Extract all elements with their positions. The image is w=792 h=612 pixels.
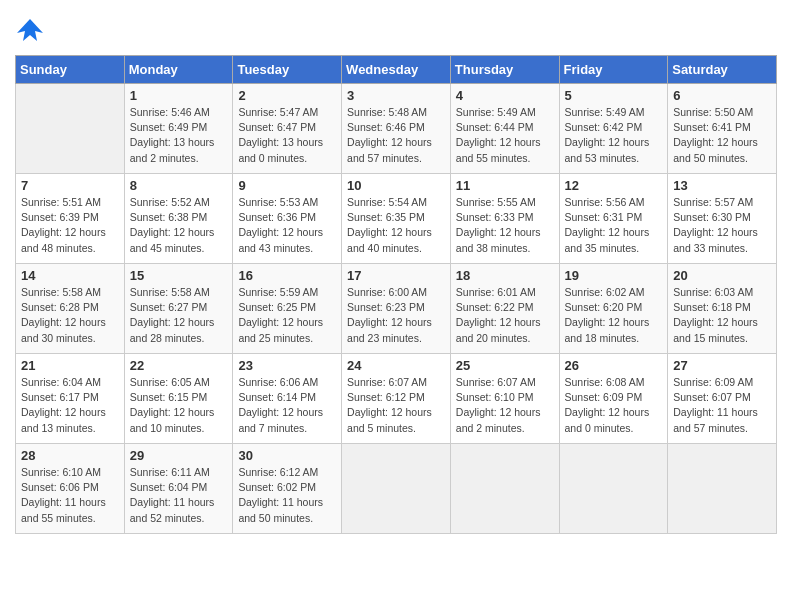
day-number: 4	[456, 88, 554, 103]
calendar-week-row: 7Sunrise: 5:51 AM Sunset: 6:39 PM Daylig…	[16, 174, 777, 264]
calendar-cell: 2Sunrise: 5:47 AM Sunset: 6:47 PM Daylig…	[233, 84, 342, 174]
day-info: Sunrise: 5:54 AM Sunset: 6:35 PM Dayligh…	[347, 195, 445, 256]
svg-marker-0	[17, 19, 43, 41]
day-info: Sunrise: 5:57 AM Sunset: 6:30 PM Dayligh…	[673, 195, 771, 256]
day-info: Sunrise: 6:03 AM Sunset: 6:18 PM Dayligh…	[673, 285, 771, 346]
weekday-header: Friday	[559, 56, 668, 84]
day-info: Sunrise: 6:07 AM Sunset: 6:12 PM Dayligh…	[347, 375, 445, 436]
calendar-cell: 27Sunrise: 6:09 AM Sunset: 6:07 PM Dayli…	[668, 354, 777, 444]
day-number: 27	[673, 358, 771, 373]
calendar-header-row: SundayMondayTuesdayWednesdayThursdayFrid…	[16, 56, 777, 84]
day-info: Sunrise: 6:06 AM Sunset: 6:14 PM Dayligh…	[238, 375, 336, 436]
calendar-cell: 10Sunrise: 5:54 AM Sunset: 6:35 PM Dayli…	[342, 174, 451, 264]
day-info: Sunrise: 6:09 AM Sunset: 6:07 PM Dayligh…	[673, 375, 771, 436]
day-number: 15	[130, 268, 228, 283]
calendar-cell: 16Sunrise: 5:59 AM Sunset: 6:25 PM Dayli…	[233, 264, 342, 354]
day-number: 16	[238, 268, 336, 283]
day-number: 14	[21, 268, 119, 283]
calendar-cell	[450, 444, 559, 534]
day-info: Sunrise: 6:11 AM Sunset: 6:04 PM Dayligh…	[130, 465, 228, 526]
day-info: Sunrise: 5:49 AM Sunset: 6:44 PM Dayligh…	[456, 105, 554, 166]
calendar-cell: 20Sunrise: 6:03 AM Sunset: 6:18 PM Dayli…	[668, 264, 777, 354]
logo	[15, 15, 49, 45]
day-number: 29	[130, 448, 228, 463]
weekday-header: Tuesday	[233, 56, 342, 84]
day-number: 28	[21, 448, 119, 463]
day-number: 8	[130, 178, 228, 193]
calendar-cell: 24Sunrise: 6:07 AM Sunset: 6:12 PM Dayli…	[342, 354, 451, 444]
day-info: Sunrise: 6:00 AM Sunset: 6:23 PM Dayligh…	[347, 285, 445, 346]
day-info: Sunrise: 5:55 AM Sunset: 6:33 PM Dayligh…	[456, 195, 554, 256]
calendar-cell: 9Sunrise: 5:53 AM Sunset: 6:36 PM Daylig…	[233, 174, 342, 264]
day-info: Sunrise: 5:48 AM Sunset: 6:46 PM Dayligh…	[347, 105, 445, 166]
day-number: 3	[347, 88, 445, 103]
calendar-table: SundayMondayTuesdayWednesdayThursdayFrid…	[15, 55, 777, 534]
day-number: 26	[565, 358, 663, 373]
calendar-cell: 5Sunrise: 5:49 AM Sunset: 6:42 PM Daylig…	[559, 84, 668, 174]
day-number: 11	[456, 178, 554, 193]
weekday-header: Sunday	[16, 56, 125, 84]
day-number: 19	[565, 268, 663, 283]
calendar-cell: 28Sunrise: 6:10 AM Sunset: 6:06 PM Dayli…	[16, 444, 125, 534]
day-info: Sunrise: 5:58 AM Sunset: 6:27 PM Dayligh…	[130, 285, 228, 346]
weekday-header: Wednesday	[342, 56, 451, 84]
day-info: Sunrise: 6:08 AM Sunset: 6:09 PM Dayligh…	[565, 375, 663, 436]
calendar-cell: 18Sunrise: 6:01 AM Sunset: 6:22 PM Dayli…	[450, 264, 559, 354]
day-number: 20	[673, 268, 771, 283]
calendar-week-row: 28Sunrise: 6:10 AM Sunset: 6:06 PM Dayli…	[16, 444, 777, 534]
calendar-cell: 4Sunrise: 5:49 AM Sunset: 6:44 PM Daylig…	[450, 84, 559, 174]
day-number: 12	[565, 178, 663, 193]
calendar-cell: 11Sunrise: 5:55 AM Sunset: 6:33 PM Dayli…	[450, 174, 559, 264]
calendar-cell: 3Sunrise: 5:48 AM Sunset: 6:46 PM Daylig…	[342, 84, 451, 174]
calendar-cell: 29Sunrise: 6:11 AM Sunset: 6:04 PM Dayli…	[124, 444, 233, 534]
calendar-cell: 23Sunrise: 6:06 AM Sunset: 6:14 PM Dayli…	[233, 354, 342, 444]
calendar-cell: 8Sunrise: 5:52 AM Sunset: 6:38 PM Daylig…	[124, 174, 233, 264]
day-info: Sunrise: 6:01 AM Sunset: 6:22 PM Dayligh…	[456, 285, 554, 346]
calendar-cell: 6Sunrise: 5:50 AM Sunset: 6:41 PM Daylig…	[668, 84, 777, 174]
day-number: 17	[347, 268, 445, 283]
calendar-cell	[16, 84, 125, 174]
day-number: 9	[238, 178, 336, 193]
day-info: Sunrise: 5:49 AM Sunset: 6:42 PM Dayligh…	[565, 105, 663, 166]
day-info: Sunrise: 5:46 AM Sunset: 6:49 PM Dayligh…	[130, 105, 228, 166]
day-number: 7	[21, 178, 119, 193]
calendar-cell: 30Sunrise: 6:12 AM Sunset: 6:02 PM Dayli…	[233, 444, 342, 534]
calendar-cell	[559, 444, 668, 534]
weekday-header: Saturday	[668, 56, 777, 84]
weekday-header: Monday	[124, 56, 233, 84]
calendar-week-row: 21Sunrise: 6:04 AM Sunset: 6:17 PM Dayli…	[16, 354, 777, 444]
day-number: 22	[130, 358, 228, 373]
calendar-cell: 1Sunrise: 5:46 AM Sunset: 6:49 PM Daylig…	[124, 84, 233, 174]
day-info: Sunrise: 5:52 AM Sunset: 6:38 PM Dayligh…	[130, 195, 228, 256]
calendar-cell: 21Sunrise: 6:04 AM Sunset: 6:17 PM Dayli…	[16, 354, 125, 444]
calendar-cell: 13Sunrise: 5:57 AM Sunset: 6:30 PM Dayli…	[668, 174, 777, 264]
day-number: 30	[238, 448, 336, 463]
calendar-cell	[342, 444, 451, 534]
day-number: 21	[21, 358, 119, 373]
calendar-week-row: 14Sunrise: 5:58 AM Sunset: 6:28 PM Dayli…	[16, 264, 777, 354]
day-number: 18	[456, 268, 554, 283]
day-number: 2	[238, 88, 336, 103]
day-info: Sunrise: 6:10 AM Sunset: 6:06 PM Dayligh…	[21, 465, 119, 526]
day-info: Sunrise: 6:12 AM Sunset: 6:02 PM Dayligh…	[238, 465, 336, 526]
day-info: Sunrise: 6:07 AM Sunset: 6:10 PM Dayligh…	[456, 375, 554, 436]
day-info: Sunrise: 5:50 AM Sunset: 6:41 PM Dayligh…	[673, 105, 771, 166]
day-info: Sunrise: 5:58 AM Sunset: 6:28 PM Dayligh…	[21, 285, 119, 346]
logo-icon	[15, 15, 45, 45]
calendar-cell: 26Sunrise: 6:08 AM Sunset: 6:09 PM Dayli…	[559, 354, 668, 444]
day-number: 23	[238, 358, 336, 373]
day-number: 1	[130, 88, 228, 103]
day-number: 25	[456, 358, 554, 373]
calendar-cell: 22Sunrise: 6:05 AM Sunset: 6:15 PM Dayli…	[124, 354, 233, 444]
day-info: Sunrise: 6:05 AM Sunset: 6:15 PM Dayligh…	[130, 375, 228, 436]
day-number: 6	[673, 88, 771, 103]
calendar-cell: 15Sunrise: 5:58 AM Sunset: 6:27 PM Dayli…	[124, 264, 233, 354]
weekday-header: Thursday	[450, 56, 559, 84]
day-info: Sunrise: 5:56 AM Sunset: 6:31 PM Dayligh…	[565, 195, 663, 256]
day-info: Sunrise: 5:51 AM Sunset: 6:39 PM Dayligh…	[21, 195, 119, 256]
calendar-cell: 25Sunrise: 6:07 AM Sunset: 6:10 PM Dayli…	[450, 354, 559, 444]
calendar-cell: 7Sunrise: 5:51 AM Sunset: 6:39 PM Daylig…	[16, 174, 125, 264]
calendar-cell: 14Sunrise: 5:58 AM Sunset: 6:28 PM Dayli…	[16, 264, 125, 354]
day-info: Sunrise: 5:59 AM Sunset: 6:25 PM Dayligh…	[238, 285, 336, 346]
calendar-week-row: 1Sunrise: 5:46 AM Sunset: 6:49 PM Daylig…	[16, 84, 777, 174]
